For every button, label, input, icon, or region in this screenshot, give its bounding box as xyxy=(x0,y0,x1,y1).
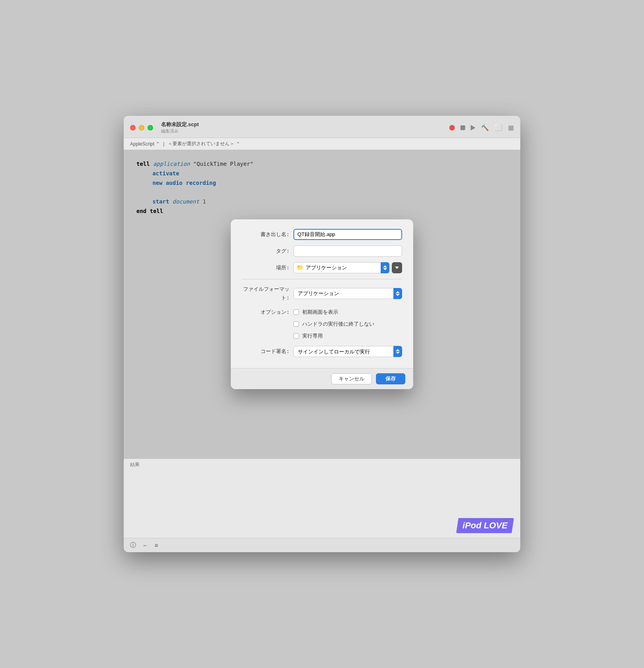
format-stepper-down-icon xyxy=(396,294,400,296)
codesign-stepper[interactable] xyxy=(393,346,402,357)
options-label: オプション: xyxy=(242,308,289,317)
filename-input[interactable] xyxy=(293,229,402,240)
dialog-body: 書き出し名: タグ: 場所: 📁 xyxy=(231,219,413,368)
editor-area[interactable]: tell application "QuickTime Player" acti… xyxy=(124,150,520,459)
format-select-wrap: アプリケーション xyxy=(293,288,402,299)
toolbar-right: 🔨 ⬜ ▦ xyxy=(449,124,514,131)
maximize-button[interactable] xyxy=(148,125,153,131)
breadcrumb-lang-arrow: ⌃ xyxy=(156,141,160,147)
tags-row: タグ: xyxy=(242,246,402,257)
list-button[interactable]: ≡ xyxy=(155,542,158,549)
chevron-down-icon xyxy=(395,267,399,269)
format-stepper-up-icon xyxy=(396,291,400,293)
option1-checkbox[interactable] xyxy=(293,309,299,315)
location-label: 場所: xyxy=(242,263,289,272)
window-title: 名称未設定.scpt xyxy=(161,121,449,128)
options-checks: 初期画面を表示 ハンドラの実行後に終了しない 実行専用 xyxy=(293,308,374,340)
location-select-wrap: 📁 アプリケーション xyxy=(293,262,389,273)
minimize-button[interactable] xyxy=(139,125,144,131)
titlebar: 名称未設定.scpt 編集済み 🔨 ⬜ ▦ xyxy=(124,116,520,138)
option3-label: 実行専用 xyxy=(302,332,323,340)
cancel-button[interactable]: キャンセル xyxy=(331,373,372,384)
codesign-stepper-down-icon xyxy=(396,352,400,354)
option2-checkbox[interactable] xyxy=(293,321,299,327)
option-row-3: 実行専用 xyxy=(293,332,374,340)
location-stepper[interactable] xyxy=(381,262,389,273)
sidebar-button[interactable]: ▦ xyxy=(508,124,514,131)
codesign-row: コード署名: サインインしてローカルで実行 xyxy=(242,346,402,357)
format-select[interactable]: アプリケーション xyxy=(293,288,402,299)
stepper-down-icon xyxy=(383,268,387,270)
filename-label: 書き出し名: xyxy=(242,230,289,239)
breadcrumb-element[interactable]: ＜要素が選択されていません＞ xyxy=(168,140,234,147)
close-button[interactable] xyxy=(130,125,136,131)
location-select[interactable]: アプリケーション xyxy=(293,262,389,273)
watermark: iPod LOVE xyxy=(456,518,514,533)
option-row-2: ハンドラの実行後に終了しない xyxy=(293,320,374,328)
codesign-select[interactable]: サインインしてローカルで実行 xyxy=(293,346,402,357)
results-label: 結果 xyxy=(130,462,140,467)
folder-icon: 📁 xyxy=(297,263,303,273)
bottom-toolbar: ⓘ ← ≡ xyxy=(124,538,520,552)
screen-button[interactable]: ⬜ xyxy=(494,124,502,131)
tags-input[interactable] xyxy=(293,246,402,257)
main-window: 名称未設定.scpt 編集済み 🔨 ⬜ ▦ AppleScript ⌃ | ＜要… xyxy=(124,116,520,552)
format-row: ファイルフォーマット: アプリケーション xyxy=(242,285,402,302)
traffic-lights xyxy=(130,125,153,131)
location-row: 場所: 📁 アプリケーション xyxy=(242,262,402,273)
option3-checkbox[interactable] xyxy=(293,333,299,339)
record-button[interactable] xyxy=(449,125,455,131)
format-stepper[interactable] xyxy=(393,288,402,299)
stop-button[interactable] xyxy=(460,125,465,130)
dialog-overlay: 書き出し名: タグ: 場所: 📁 xyxy=(124,150,520,459)
divider xyxy=(242,279,402,279)
compile-button[interactable]: 🔨 xyxy=(481,124,489,131)
tags-label: タグ: xyxy=(242,247,289,255)
codesign-select-wrap: サインインしてローカルで実行 xyxy=(293,346,402,357)
codesign-label: コード署名: xyxy=(242,347,289,356)
dialog-footer: キャンセル 保存 xyxy=(231,368,413,389)
save-dialog: 書き出し名: タグ: 場所: 📁 xyxy=(231,219,413,389)
location-controls: 📁 アプリケーション xyxy=(293,262,402,273)
format-label: ファイルフォーマット: xyxy=(242,285,289,302)
breadcrumb-lang[interactable]: AppleScript xyxy=(130,141,154,147)
location-expand-button[interactable] xyxy=(392,262,402,273)
play-button[interactable] xyxy=(471,125,475,131)
option1-label: 初期画面を表示 xyxy=(302,308,338,317)
breadcrumb-sep: | xyxy=(163,141,164,147)
option-row-1: 初期画面を表示 xyxy=(293,308,374,317)
stepper-up-icon xyxy=(383,265,387,267)
filename-row: 書き出し名: xyxy=(242,229,402,240)
back-button[interactable]: ← xyxy=(142,542,148,549)
breadcrumb-bar: AppleScript ⌃ | ＜要素が選択されていません＞ ⌃ xyxy=(124,138,520,150)
codesign-stepper-up-icon xyxy=(396,349,400,351)
window-subtitle: 編集済み xyxy=(161,128,449,134)
breadcrumb-element-arrow: ⌃ xyxy=(236,141,240,147)
option2-label: ハンドラの実行後に終了しない xyxy=(302,320,374,328)
title-info: 名称未設定.scpt 編集済み xyxy=(161,121,449,134)
options-row: オプション: 初期画面を表示 ハンドラの実行後に終了しない xyxy=(242,308,402,340)
info-button[interactable]: ⓘ xyxy=(130,541,136,549)
save-button[interactable]: 保存 xyxy=(376,373,405,384)
